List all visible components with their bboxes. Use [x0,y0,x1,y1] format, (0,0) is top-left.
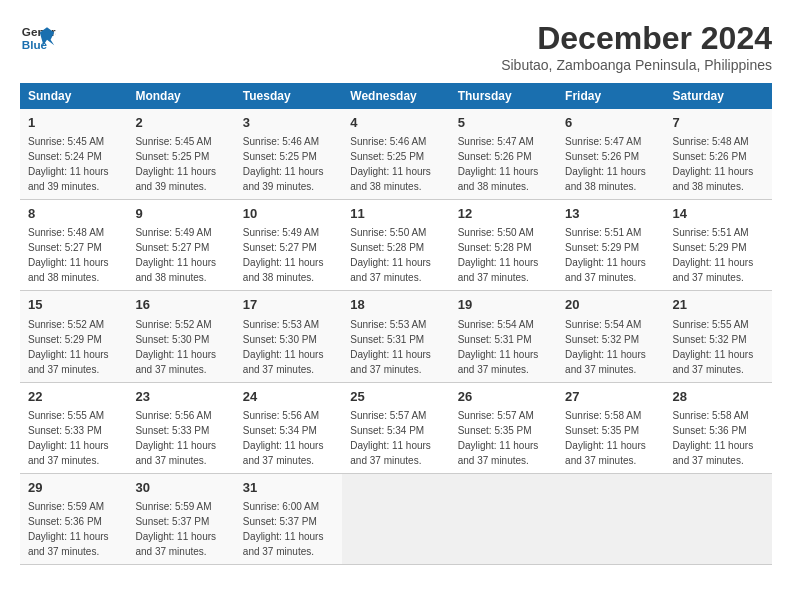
day-cell: 31 Sunrise: 6:00 AMSunset: 5:37 PMDaylig… [235,473,342,564]
day-number: 25 [350,388,441,406]
day-info: Sunrise: 5:57 AMSunset: 5:34 PMDaylight:… [350,410,431,466]
day-info: Sunrise: 5:59 AMSunset: 5:36 PMDaylight:… [28,501,109,557]
calendar-row: 29 Sunrise: 5:59 AMSunset: 5:36 PMDaylig… [20,473,772,564]
day-info: Sunrise: 5:46 AMSunset: 5:25 PMDaylight:… [350,136,431,192]
day-cell: 17 Sunrise: 5:53 AMSunset: 5:30 PMDaylig… [235,291,342,382]
day-info: Sunrise: 5:48 AMSunset: 5:27 PMDaylight:… [28,227,109,283]
day-cell: 25 Sunrise: 5:57 AMSunset: 5:34 PMDaylig… [342,382,449,473]
empty-cell [557,473,664,564]
day-cell: 12 Sunrise: 5:50 AMSunset: 5:28 PMDaylig… [450,200,557,291]
day-info: Sunrise: 5:53 AMSunset: 5:31 PMDaylight:… [350,319,431,375]
col-friday: Friday [557,83,664,109]
day-info: Sunrise: 5:55 AMSunset: 5:32 PMDaylight:… [673,319,754,375]
day-cell: 11 Sunrise: 5:50 AMSunset: 5:28 PMDaylig… [342,200,449,291]
empty-cell [665,473,772,564]
day-info: Sunrise: 5:49 AMSunset: 5:27 PMDaylight:… [135,227,216,283]
day-number: 6 [565,114,656,132]
day-number: 16 [135,296,226,314]
day-info: Sunrise: 5:53 AMSunset: 5:30 PMDaylight:… [243,319,324,375]
col-wednesday: Wednesday [342,83,449,109]
day-number: 3 [243,114,334,132]
day-info: Sunrise: 5:45 AMSunset: 5:24 PMDaylight:… [28,136,109,192]
header-row: Sunday Monday Tuesday Wednesday Thursday… [20,83,772,109]
day-number: 1 [28,114,119,132]
day-number: 11 [350,205,441,223]
day-cell: 7 Sunrise: 5:48 AMSunset: 5:26 PMDayligh… [665,109,772,200]
col-sunday: Sunday [20,83,127,109]
day-info: Sunrise: 5:54 AMSunset: 5:32 PMDaylight:… [565,319,646,375]
day-number: 24 [243,388,334,406]
header: General Blue December 2024 Sibutao, Zamb… [20,20,772,73]
logo-icon: General Blue [20,20,56,56]
day-info: Sunrise: 5:45 AMSunset: 5:25 PMDaylight:… [135,136,216,192]
day-number: 7 [673,114,764,132]
day-cell: 26 Sunrise: 5:57 AMSunset: 5:35 PMDaylig… [450,382,557,473]
day-cell: 6 Sunrise: 5:47 AMSunset: 5:26 PMDayligh… [557,109,664,200]
day-cell: 18 Sunrise: 5:53 AMSunset: 5:31 PMDaylig… [342,291,449,382]
day-info: Sunrise: 5:47 AMSunset: 5:26 PMDaylight:… [565,136,646,192]
day-info: Sunrise: 5:56 AMSunset: 5:34 PMDaylight:… [243,410,324,466]
day-cell: 24 Sunrise: 5:56 AMSunset: 5:34 PMDaylig… [235,382,342,473]
day-info: Sunrise: 5:46 AMSunset: 5:25 PMDaylight:… [243,136,324,192]
day-cell: 10 Sunrise: 5:49 AMSunset: 5:27 PMDaylig… [235,200,342,291]
day-number: 15 [28,296,119,314]
day-info: Sunrise: 5:54 AMSunset: 5:31 PMDaylight:… [458,319,539,375]
day-info: Sunrise: 5:52 AMSunset: 5:30 PMDaylight:… [135,319,216,375]
day-info: Sunrise: 5:57 AMSunset: 5:35 PMDaylight:… [458,410,539,466]
day-cell: 13 Sunrise: 5:51 AMSunset: 5:29 PMDaylig… [557,200,664,291]
calendar-row: 22 Sunrise: 5:55 AMSunset: 5:33 PMDaylig… [20,382,772,473]
day-number: 2 [135,114,226,132]
day-info: Sunrise: 5:56 AMSunset: 5:33 PMDaylight:… [135,410,216,466]
col-monday: Monday [127,83,234,109]
day-number: 22 [28,388,119,406]
day-cell: 4 Sunrise: 5:46 AMSunset: 5:25 PMDayligh… [342,109,449,200]
day-cell: 15 Sunrise: 5:52 AMSunset: 5:29 PMDaylig… [20,291,127,382]
day-info: Sunrise: 5:50 AMSunset: 5:28 PMDaylight:… [458,227,539,283]
day-cell: 5 Sunrise: 5:47 AMSunset: 5:26 PMDayligh… [450,109,557,200]
day-number: 31 [243,479,334,497]
day-cell: 3 Sunrise: 5:46 AMSunset: 5:25 PMDayligh… [235,109,342,200]
empty-cell [450,473,557,564]
day-info: Sunrise: 5:48 AMSunset: 5:26 PMDaylight:… [673,136,754,192]
day-number: 9 [135,205,226,223]
day-number: 28 [673,388,764,406]
day-number: 29 [28,479,119,497]
empty-cell [342,473,449,564]
page-subtitle: Sibutao, Zamboanga Peninsula, Philippine… [501,57,772,73]
day-cell: 2 Sunrise: 5:45 AMSunset: 5:25 PMDayligh… [127,109,234,200]
day-cell: 27 Sunrise: 5:58 AMSunset: 5:35 PMDaylig… [557,382,664,473]
day-cell: 30 Sunrise: 5:59 AMSunset: 5:37 PMDaylig… [127,473,234,564]
day-number: 27 [565,388,656,406]
title-area: December 2024 Sibutao, Zamboanga Peninsu… [501,20,772,73]
day-cell: 19 Sunrise: 5:54 AMSunset: 5:31 PMDaylig… [450,291,557,382]
day-cell: 29 Sunrise: 5:59 AMSunset: 5:36 PMDaylig… [20,473,127,564]
calendar-row: 1 Sunrise: 5:45 AMSunset: 5:24 PMDayligh… [20,109,772,200]
col-thursday: Thursday [450,83,557,109]
day-number: 18 [350,296,441,314]
day-number: 23 [135,388,226,406]
day-number: 20 [565,296,656,314]
day-number: 14 [673,205,764,223]
day-info: Sunrise: 5:51 AMSunset: 5:29 PMDaylight:… [565,227,646,283]
calendar-row: 8 Sunrise: 5:48 AMSunset: 5:27 PMDayligh… [20,200,772,291]
col-tuesday: Tuesday [235,83,342,109]
day-number: 10 [243,205,334,223]
day-info: Sunrise: 5:47 AMSunset: 5:26 PMDaylight:… [458,136,539,192]
day-info: Sunrise: 5:50 AMSunset: 5:28 PMDaylight:… [350,227,431,283]
day-number: 26 [458,388,549,406]
day-cell: 9 Sunrise: 5:49 AMSunset: 5:27 PMDayligh… [127,200,234,291]
day-cell: 14 Sunrise: 5:51 AMSunset: 5:29 PMDaylig… [665,200,772,291]
day-info: Sunrise: 6:00 AMSunset: 5:37 PMDaylight:… [243,501,324,557]
day-number: 8 [28,205,119,223]
calendar-row: 15 Sunrise: 5:52 AMSunset: 5:29 PMDaylig… [20,291,772,382]
day-info: Sunrise: 5:49 AMSunset: 5:27 PMDaylight:… [243,227,324,283]
day-cell: 8 Sunrise: 5:48 AMSunset: 5:27 PMDayligh… [20,200,127,291]
calendar-table: Sunday Monday Tuesday Wednesday Thursday… [20,83,772,565]
day-cell: 28 Sunrise: 5:58 AMSunset: 5:36 PMDaylig… [665,382,772,473]
logo: General Blue [20,20,56,56]
day-number: 21 [673,296,764,314]
day-number: 4 [350,114,441,132]
day-cell: 22 Sunrise: 5:55 AMSunset: 5:33 PMDaylig… [20,382,127,473]
day-number: 19 [458,296,549,314]
day-cell: 21 Sunrise: 5:55 AMSunset: 5:32 PMDaylig… [665,291,772,382]
